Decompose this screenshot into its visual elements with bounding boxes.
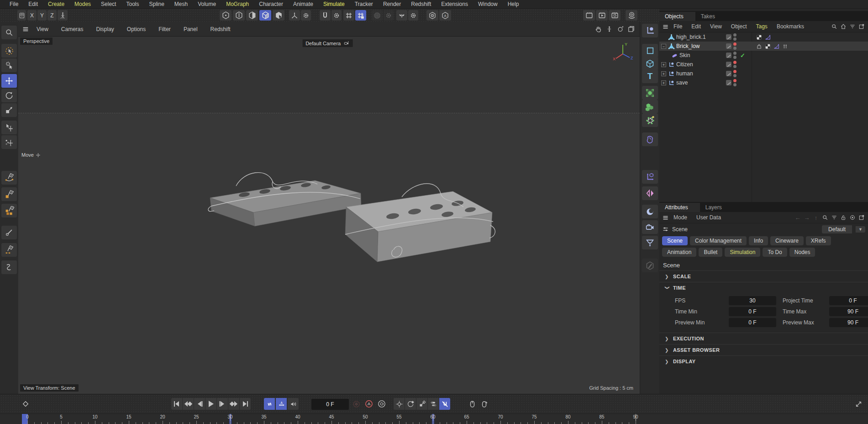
object-row-high-brick[interactable]: high_brick.1	[659, 32, 868, 42]
model-mode-button[interactable]	[259, 10, 271, 21]
rotate-tool-button[interactable]	[1, 89, 17, 102]
menu-tracker[interactable]: Tracker	[350, 0, 378, 9]
viewport-menu-view[interactable]: View	[30, 26, 55, 32]
transfer-tool-button[interactable]	[1, 121, 17, 134]
chip-scene[interactable]: Scene	[662, 236, 688, 245]
section-execution[interactable]: ❯ EXECUTION	[659, 333, 868, 344]
phong-tag-icon[interactable]	[773, 43, 779, 49]
preset-button[interactable]: Default	[822, 225, 852, 233]
instance-object-button[interactable]	[642, 86, 658, 100]
live-selection-button[interactable]	[1, 44, 17, 58]
lock-x-axis-button[interactable]: X	[27, 10, 37, 21]
go-to-start-button[interactable]	[171, 398, 182, 410]
null-object-button[interactable]	[642, 24, 658, 37]
visibility-dot-editor[interactable]	[733, 70, 736, 73]
dolly-view-button[interactable]	[604, 24, 614, 34]
edit-toggle[interactable]	[726, 71, 731, 76]
lock-workplane-button[interactable]	[355, 10, 366, 21]
objects-search-button[interactable]	[830, 22, 839, 31]
viewport-menu-redshift[interactable]: Redshift	[204, 26, 237, 32]
tab-attributes[interactable]: Attributes	[659, 203, 700, 212]
simulation-button[interactable]	[642, 113, 658, 127]
orbit-view-button[interactable]	[615, 24, 625, 34]
menu-create[interactable]: Create	[43, 0, 69, 9]
toggle-view-layout-button[interactable]	[626, 24, 636, 34]
falloff-button[interactable]	[372, 10, 383, 21]
camera-selector[interactable]: Default Camera	[302, 39, 352, 47]
viewport-canvas[interactable]: Perspective Default Camera Y X Z Move Vi…	[18, 37, 640, 394]
material-button[interactable]	[642, 259, 658, 272]
attributes-search-button[interactable]	[821, 213, 830, 222]
scale-tool-button[interactable]	[1, 103, 17, 117]
menu-edit[interactable]: Edit	[23, 0, 43, 9]
visibility-dot-render[interactable]	[733, 83, 736, 86]
object-row-human[interactable]: + human	[659, 69, 868, 78]
chip-color-management[interactable]: Color Management	[690, 236, 747, 245]
workplane-button[interactable]	[343, 10, 354, 21]
axis-settings-button[interactable]	[301, 10, 311, 21]
menu-file[interactable]: File	[5, 0, 23, 9]
find-tool-button[interactable]	[1, 26, 17, 39]
volume-builder-button[interactable]	[642, 100, 658, 113]
tab-takes[interactable]: Takes	[695, 12, 727, 21]
objects-filter-button[interactable]	[848, 22, 857, 31]
objects-menu-bookmarks[interactable]: Bookmarks	[772, 23, 809, 30]
previous-frame-button[interactable]	[194, 398, 205, 410]
play-button[interactable]	[205, 398, 216, 410]
previous-key-button[interactable]	[183, 398, 194, 410]
polygon-pen-button[interactable]	[1, 187, 17, 201]
expand-toggle[interactable]: +	[661, 80, 666, 85]
menu-character[interactable]: Character	[254, 0, 288, 9]
auto-mode-button[interactable]	[439, 10, 451, 21]
mouse-record-button[interactable]	[467, 398, 478, 410]
next-frame-button[interactable]	[217, 398, 228, 410]
fps-input[interactable]	[729, 296, 776, 305]
snap-button[interactable]	[320, 10, 331, 21]
chip-simulation[interactable]: Simulation	[725, 248, 760, 257]
expand-toggle[interactable]: +	[661, 62, 666, 67]
expand-toggle[interactable]: +	[661, 71, 666, 76]
object-row-save[interactable]: + save	[659, 78, 868, 87]
timeline-ruler[interactable]: 051015202530354045505560657075808590	[0, 413, 868, 424]
objects-menu-icon[interactable]	[662, 23, 669, 30]
attributes-menu-mode[interactable]: Mode	[669, 214, 692, 221]
visibility-dot-render[interactable]	[733, 37, 736, 41]
menu-mesh[interactable]: Mesh	[169, 0, 193, 9]
menu-tools[interactable]: Tools	[121, 0, 144, 9]
points-mode-button[interactable]	[220, 10, 231, 21]
sky-object-button[interactable]	[642, 205, 658, 218]
deformer-button[interactable]	[642, 132, 658, 146]
primitive-cube-button[interactable]	[642, 57, 658, 70]
objects-menu-edit[interactable]: Edit	[687, 23, 705, 30]
key-parameter-button[interactable]	[428, 398, 439, 410]
attributes-track-button[interactable]	[848, 213, 857, 222]
viewport-solo-button[interactable]	[426, 10, 438, 21]
symmetry-object-button[interactable]	[642, 186, 658, 200]
preview-max-input[interactable]	[829, 318, 868, 327]
menu-animate[interactable]: Animate	[288, 0, 318, 9]
collapse-toggle[interactable]: −	[661, 44, 666, 49]
text-object-button[interactable]: T	[642, 69, 658, 83]
preset-dropdown-arrow[interactable]: ▼	[855, 226, 865, 233]
chip-info[interactable]: Info	[749, 236, 768, 245]
visibility-dot-editor[interactable]	[733, 52, 736, 55]
autokey-range-button[interactable]	[276, 398, 287, 410]
chip-animation[interactable]: Animation	[662, 248, 696, 257]
object-mode-button[interactable]	[273, 10, 284, 21]
symmetry-toggle-button[interactable]	[396, 10, 407, 21]
snap-keys-off-button[interactable]	[439, 398, 450, 410]
objects-home-button[interactable]	[839, 22, 848, 31]
chip-nodes[interactable]: Nodes	[789, 248, 815, 257]
menu-volume[interactable]: Volume	[193, 0, 221, 9]
morph-tag-icon[interactable]	[782, 43, 788, 49]
viewport-menu-panel[interactable]: Panel	[177, 26, 204, 32]
visibility-dot-render[interactable]	[733, 74, 736, 77]
stage-object-button[interactable]	[642, 236, 658, 249]
keyframe-marker-button[interactable]	[20, 398, 31, 410]
camera-object-button[interactable]	[642, 220, 658, 234]
edit-toggle[interactable]	[726, 53, 731, 58]
scene-bricks[interactable]	[196, 153, 552, 286]
render-picture-viewer-button[interactable]	[596, 10, 608, 21]
visibility-dot-editor[interactable]	[733, 33, 736, 37]
current-frame-input[interactable]	[311, 399, 349, 410]
